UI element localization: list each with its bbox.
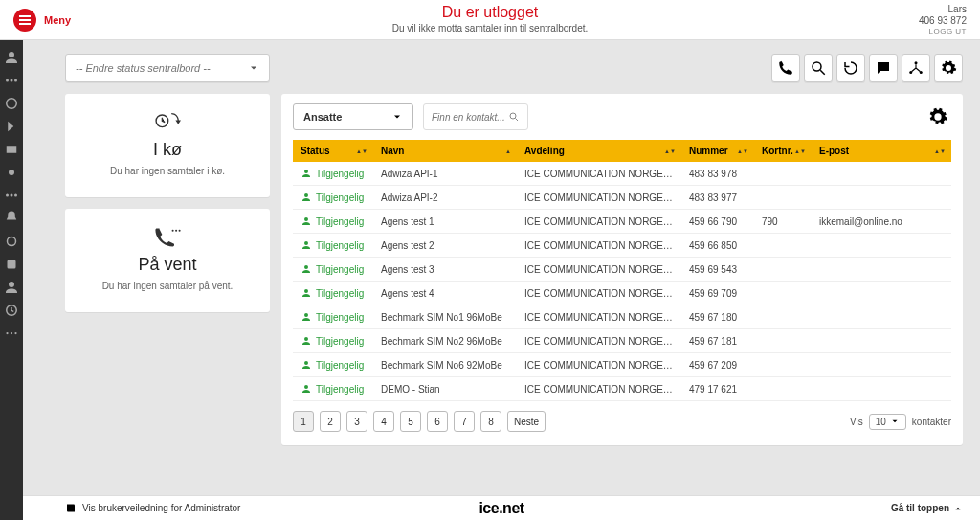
search-icon xyxy=(508,110,520,124)
topbar: Meny Du er utlogget Du vil ikke motta sa… xyxy=(0,0,980,40)
cell-number: 459 66 850 xyxy=(681,234,754,258)
table-row[interactable]: TilgjengeligBechmark SIM No2 96MoBeICE C… xyxy=(293,329,951,353)
sidebar-item-13[interactable] xyxy=(0,322,23,345)
table-row[interactable]: TilgjengeligAdwiza API-1ICE COMMUNICATIO… xyxy=(293,162,951,186)
pager-page-1[interactable]: 1 xyxy=(293,411,314,432)
per-page-select[interactable]: 10 xyxy=(869,414,906,430)
cell-email xyxy=(812,329,951,353)
cell-number: 459 69 709 xyxy=(681,282,754,305)
header-center: Du er utlogget Du vil ikke motta samtale… xyxy=(392,4,589,34)
logout-link[interactable]: LOGG UT xyxy=(919,27,967,36)
sidebar-item-7[interactable] xyxy=(0,184,23,207)
cell-number: 483 83 978 xyxy=(681,162,754,186)
pager: 12345678 Neste Vis 10 kontakter xyxy=(293,411,951,432)
svg-point-15 xyxy=(813,62,821,71)
pager-page-2[interactable]: 2 xyxy=(320,411,341,432)
search-box[interactable] xyxy=(423,103,528,130)
cell-short xyxy=(754,377,812,401)
status-select[interactable]: -- Endre status sentralbord -- xyxy=(65,54,270,82)
sidebar-item-2[interactable] xyxy=(0,69,23,92)
cell-number: 459 67 181 xyxy=(681,329,754,353)
cell-email xyxy=(812,258,951,282)
pager-show-label: Vis xyxy=(850,417,863,427)
call-button[interactable] xyxy=(771,54,800,82)
cell-number: 459 69 543 xyxy=(681,258,754,282)
sidebar-item-1[interactable] xyxy=(0,46,23,69)
search-button[interactable] xyxy=(804,54,833,82)
cell-email: ikkemail@online.no xyxy=(812,210,951,234)
svg-line-16 xyxy=(820,70,825,75)
queue-subtitle: Du har ingen samtaler i kø. xyxy=(80,166,255,176)
cell-status: Tilgjengelig xyxy=(293,162,373,186)
sidebar-item-5[interactable] xyxy=(0,138,23,161)
cell-name: Adwiza API-2 xyxy=(373,186,517,210)
cell-department: ICE COMMUNICATION NORGE AS xyxy=(517,210,681,234)
chat-button[interactable] xyxy=(869,54,898,82)
pager-page-8[interactable]: 8 xyxy=(480,411,501,432)
cell-short xyxy=(754,234,812,258)
cell-name: Bechmark SIM No6 92MoBe xyxy=(373,353,517,377)
pager-page-3[interactable]: 3 xyxy=(346,411,368,432)
go-to-top[interactable]: Gå til toppen xyxy=(891,503,963,513)
menu-icon[interactable] xyxy=(13,9,36,32)
col-email[interactable]: E-post▲▼ xyxy=(812,140,951,162)
cell-number: 459 67 180 xyxy=(681,305,754,329)
sidebar-item-12[interactable] xyxy=(0,299,23,322)
cell-short xyxy=(754,186,812,210)
table-row[interactable]: TilgjengeligBechmark SIM No1 96MoBeICE C… xyxy=(293,305,951,329)
table-row[interactable]: TilgjengeligBechmark SIM No6 92MoBeICE C… xyxy=(293,353,951,377)
table-row[interactable]: TilgjengeligAgens test 1ICE COMMUNICATIO… xyxy=(293,210,951,234)
sidebar-item-11[interactable] xyxy=(0,276,23,299)
col-name[interactable]: Navn▲ xyxy=(373,140,517,162)
cell-email xyxy=(812,186,951,210)
gear-icon xyxy=(927,106,948,127)
col-department[interactable]: Avdeling▲▼ xyxy=(517,140,681,162)
sidebar-item-4[interactable] xyxy=(0,115,23,138)
svg-point-14 xyxy=(14,332,16,334)
settings-button[interactable] xyxy=(934,54,963,82)
cell-email xyxy=(812,377,951,401)
pager-page-5[interactable]: 5 xyxy=(400,411,421,432)
sidebar-item-8[interactable] xyxy=(0,207,23,230)
sidebar-item-3[interactable] xyxy=(0,92,23,115)
col-status[interactable]: Status▲▼ xyxy=(293,140,373,162)
table-row[interactable]: TilgjengeligDEMO - StianICE COMMUNICATIO… xyxy=(293,377,951,401)
table-row[interactable]: TilgjengeligAgens test 4ICE COMMUNICATIO… xyxy=(293,282,951,305)
pager-page-6[interactable]: 6 xyxy=(427,411,448,432)
svg-rect-10 xyxy=(8,260,16,269)
pager-next[interactable]: Neste xyxy=(507,411,546,432)
sidebar-item-6[interactable] xyxy=(0,161,23,184)
contacts-panel: Ansatte Status▲▼ Navn▲ xyxy=(281,94,963,445)
cell-email xyxy=(812,353,951,377)
pager-page-4[interactable]: 4 xyxy=(373,411,394,432)
queue-title: I kø xyxy=(80,140,255,160)
pager-page-7[interactable]: 7 xyxy=(454,411,475,432)
cell-short xyxy=(754,329,812,353)
network-button[interactable] xyxy=(902,54,930,82)
sidebar-item-9[interactable] xyxy=(0,230,23,253)
filters: Ansatte xyxy=(293,103,951,130)
svg-rect-4 xyxy=(7,146,17,153)
table-row[interactable]: TilgjengeligAgens test 2ICE COMMUNICATIO… xyxy=(293,234,951,258)
hold-card: På vent Du har ingen samtaler på vent. xyxy=(65,209,270,312)
menu-label[interactable]: Meny xyxy=(44,14,71,26)
cell-status: Tilgjengelig xyxy=(293,186,373,210)
table-row[interactable]: TilgjengeligAgens test 3ICE COMMUNICATIO… xyxy=(293,258,951,282)
user-phone: 406 93 872 xyxy=(919,15,967,27)
cell-department: ICE COMMUNICATION NORGE AS xyxy=(517,353,681,377)
sidebar-item-10[interactable] xyxy=(0,253,23,276)
search-input[interactable] xyxy=(432,112,508,123)
leftbar xyxy=(0,40,23,520)
col-short[interactable]: Kortnr.▲▼ xyxy=(754,140,812,162)
book-icon xyxy=(65,503,77,514)
refresh-button[interactable] xyxy=(836,54,865,82)
cell-department: ICE COMMUNICATION NORGE AS xyxy=(517,329,681,353)
queue-card: I kø Du har ingen samtaler i kø. xyxy=(65,94,270,197)
svg-point-23 xyxy=(179,230,181,232)
table-row[interactable]: TilgjengeligAdwiza API-2ICE COMMUNICATIO… xyxy=(293,186,951,210)
panel-settings-button[interactable] xyxy=(924,103,951,130)
category-select[interactable]: Ansatte xyxy=(293,103,413,130)
col-number[interactable]: Nummer▲▼ xyxy=(681,140,754,162)
svg-point-2 xyxy=(14,79,17,82)
help-link[interactable]: Vis brukerveiledning for Administrator xyxy=(65,503,240,514)
